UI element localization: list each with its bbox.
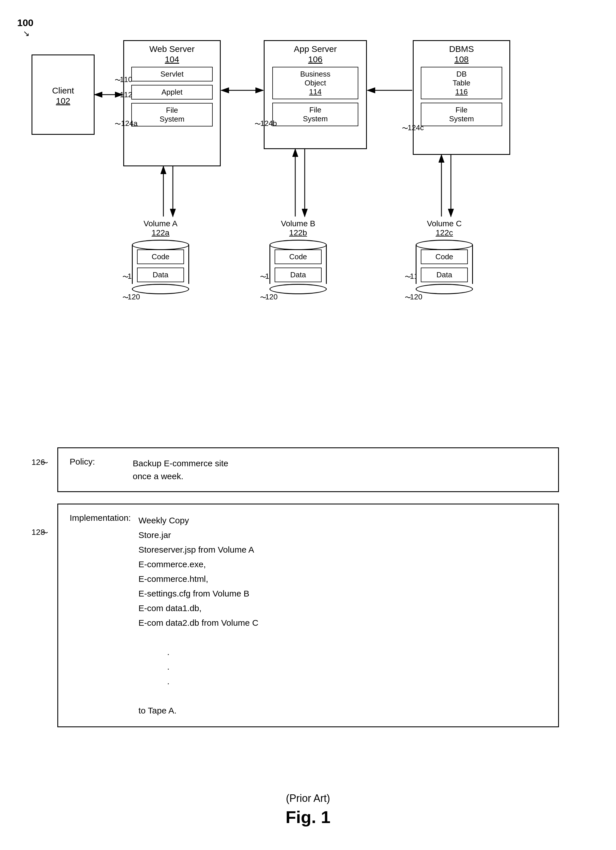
wave-112: 〜 <box>115 91 121 100</box>
vol-b-bottom <box>269 284 327 294</box>
servlet-box: Servlet <box>131 67 213 81</box>
wave-124a: 〜 <box>115 120 121 129</box>
dbms-filesystem-box: FileSystem <box>421 103 502 126</box>
ref-120c: 120 <box>410 292 422 301</box>
ref-120b: 120 <box>265 292 278 301</box>
appserver-title: App Server106 <box>290 41 340 65</box>
diagram: 100 ↘ Client102 Web Server104 Servlet Ap… <box>17 17 602 433</box>
volume-c: Volume C122c Code Data <box>416 218 473 294</box>
appserver-box: App Server106 BusinessObject114 FileSyst… <box>264 40 367 149</box>
lower-section: 126 〜 Policy: Backup E-commerce siteonce… <box>57 447 559 727</box>
vol-b-top <box>269 240 327 250</box>
prior-art-label: (Prior Art) <box>0 792 616 804</box>
business-object-box: BusinessObject114 <box>272 67 359 99</box>
vol-c-body: Code Data <box>416 245 473 284</box>
webserver-box: Web Server104 Servlet Applet FileSystem <box>123 40 221 166</box>
vol-c-label: Volume C122c <box>427 218 462 240</box>
webserver-title: Web Server104 <box>146 41 198 65</box>
implementation-box: Implementation: Weekly Copy Store.jar St… <box>57 504 559 727</box>
ref-124a: 124a <box>121 119 138 128</box>
wave-110: 〜 <box>115 76 121 85</box>
as-filesystem-box: FileSystem <box>272 103 359 126</box>
ref-124c: 124c <box>408 123 424 132</box>
wave-120c: 〜 <box>405 293 411 302</box>
dbms-title: DBMS108 <box>446 41 478 65</box>
wave-124c: 〜 <box>402 124 408 133</box>
fig-arrow: ↘ <box>23 29 30 38</box>
vol-c-top <box>416 240 473 250</box>
policy-label: Policy: <box>70 457 127 467</box>
volume-b: Volume B122b Code Data <box>269 218 327 294</box>
vol-a-body: Code Data <box>132 245 189 284</box>
vol-a-label: Volume A122a <box>144 218 178 240</box>
volume-a: Volume A122a Code Data <box>132 218 189 294</box>
dbms-box: DBMS108 DBTable116 FileSystem <box>413 40 510 155</box>
policy-box: Policy: Backup E-commerce siteonce a wee… <box>57 447 559 492</box>
vol-a-top <box>132 240 189 250</box>
wave-118a: 〜 <box>123 273 129 281</box>
vol-b-body: Code Data <box>269 245 327 284</box>
wave-120a: 〜 <box>123 293 129 302</box>
wave-124b: 〜 <box>254 120 261 129</box>
ref-124b: 124b <box>260 119 277 128</box>
policy-text: Backup E-commerce siteonce a week. <box>133 457 228 483</box>
ref-110: 110 <box>120 75 132 84</box>
client-label: Client102 <box>49 82 78 107</box>
ref-112: 112 <box>120 90 132 99</box>
ref-120a: 120 <box>127 292 140 301</box>
vol-b-label: Volume B122b <box>281 218 315 240</box>
vol-a-data: Data <box>137 268 184 282</box>
impl-text: Weekly Copy Store.jar Storeserver.jsp fr… <box>138 513 259 718</box>
vol-c-bottom <box>416 284 473 294</box>
fig-label: 100 <box>17 17 34 28</box>
vol-c-data: Data <box>421 268 468 282</box>
wave-126: 〜 <box>42 459 48 467</box>
applet-box: Applet <box>131 85 213 100</box>
db-table-box: DBTable116 <box>421 67 502 99</box>
ws-filesystem-box: FileSystem <box>131 103 213 126</box>
wave-120b: 〜 <box>260 293 266 302</box>
client-box: Client102 <box>31 54 94 135</box>
fig-caption: (Prior Art) Fig. 1 <box>0 792 616 827</box>
vol-b-code: Code <box>275 250 322 264</box>
vol-b-data: Data <box>275 268 322 282</box>
vol-a-code: Code <box>137 250 184 264</box>
wave-118c: 〜 <box>405 273 411 281</box>
fig-name: Fig. 1 <box>0 807 616 827</box>
wave-128: 〜 <box>42 528 48 537</box>
wave-118b: 〜 <box>260 273 266 281</box>
impl-label: Implementation: <box>70 513 133 523</box>
vol-a-bottom <box>132 284 189 294</box>
vol-c-code: Code <box>421 250 468 264</box>
